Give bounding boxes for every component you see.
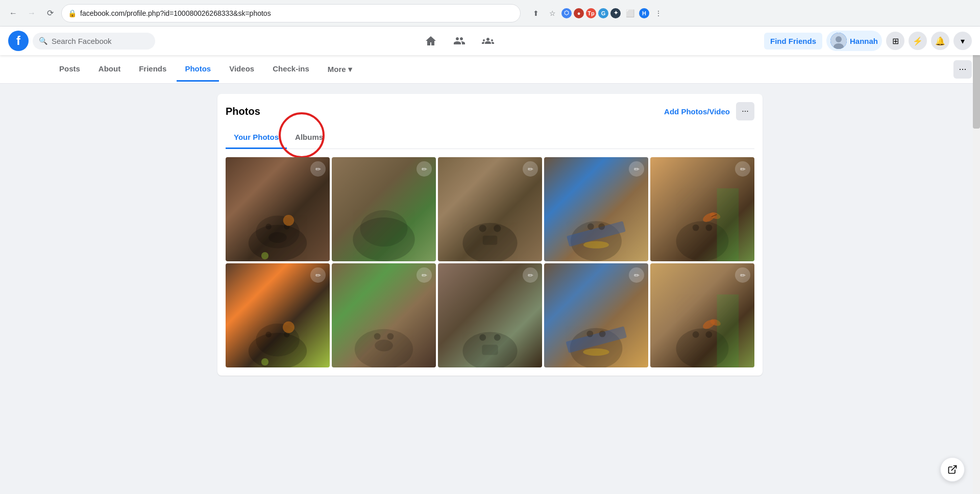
forward-button[interactable]: →	[24, 6, 39, 20]
svg-point-13	[479, 225, 486, 232]
browser-chrome: ← → ⟳ 🔒 facebook.com/profile.php?id=1000…	[0, 0, 980, 27]
photo-edit-button[interactable]: ✏	[735, 267, 750, 283]
avatar	[830, 33, 847, 49]
photo-edit-button[interactable]: ✏	[310, 267, 326, 283]
fb-profile-icon[interactable]: H	[639, 8, 649, 18]
photo-item[interactable]: ✏	[544, 157, 648, 261]
notifications-button[interactable]: 🔔	[931, 32, 949, 50]
svg-point-45	[599, 331, 606, 337]
extension-dark[interactable]: ✦	[610, 8, 621, 18]
tab-your-photos[interactable]: Your Photos	[226, 127, 287, 149]
scrollbar[interactable]	[973, 27, 980, 386]
photo-edit-button[interactable]: ✏	[310, 161, 326, 177]
photos-more-button[interactable]: ···	[736, 102, 754, 120]
photo-edit-button[interactable]: ✏	[629, 161, 644, 177]
photos-container: Photos Add Photos/Video ··· Your Photos …	[217, 94, 763, 376]
svg-point-20	[583, 241, 609, 249]
search-icon: 🔍	[39, 37, 47, 45]
svg-point-8	[283, 215, 294, 226]
chevron-down-icon: ▾	[348, 65, 352, 74]
photo-thumbnail	[666, 188, 739, 261]
extension-red[interactable]: ●	[574, 8, 584, 18]
photo-item[interactable]: ✏	[226, 157, 330, 261]
facebook-logo-letter: f	[16, 35, 20, 47]
svg-point-40	[494, 334, 501, 341]
photos-header: Photos Add Photos/Video ···	[226, 102, 754, 120]
bookmark-button[interactable]: ☆	[545, 6, 559, 20]
search-placeholder: Search Facebook	[52, 37, 112, 45]
photo-thumbnail	[560, 188, 633, 261]
svg-point-5	[265, 224, 271, 229]
svg-point-46	[583, 349, 609, 356]
profile-nav: Posts About Friends Photos Videos Check-…	[0, 55, 980, 84]
share-button[interactable]: ⬆	[529, 6, 543, 20]
apps-button[interactable]: ⊞	[886, 32, 904, 50]
user-chip[interactable]: Hannah	[826, 31, 882, 51]
photo-thumbnail	[666, 294, 739, 367]
photo-item[interactable]: ✏	[438, 157, 542, 261]
photo-item[interactable]: ✏	[650, 263, 754, 367]
back-button[interactable]: ←	[6, 6, 20, 20]
extension-blue[interactable]: G	[598, 8, 608, 18]
photos-tabs: Your Photos Albums	[226, 127, 754, 149]
photo-edit-button[interactable]: ✏	[629, 267, 644, 283]
nav-videos[interactable]: Videos	[221, 57, 262, 82]
nav-photos[interactable]: Photos	[177, 57, 219, 82]
svg-rect-15	[483, 236, 498, 245]
svg-point-11	[360, 210, 408, 246]
lock-icon: 🔒	[68, 9, 77, 17]
add-photos-button[interactable]: Add Photos/Video	[662, 105, 732, 118]
photo-thumbnail	[241, 188, 314, 261]
find-friends-button[interactable]: Find Friends	[764, 33, 822, 50]
facebook-logo[interactable]: f	[8, 31, 29, 51]
svg-rect-41	[482, 345, 498, 355]
svg-point-32	[283, 322, 295, 333]
groups-nav-button[interactable]	[476, 29, 500, 53]
facebook-header: f 🔍 Search Facebook Find Friends Hannah …	[0, 27, 980, 55]
photo-item[interactable]: ✏	[438, 263, 542, 367]
extension-tp[interactable]: Tp	[586, 8, 596, 18]
photo-item[interactable]: ✏	[650, 157, 754, 261]
reload-button[interactable]: ⟳	[43, 6, 57, 20]
nav-about[interactable]: About	[90, 57, 129, 82]
url-text: facebook.com/profile.php?id=100080026268…	[80, 9, 271, 17]
photo-item[interactable]: ✏	[226, 263, 330, 367]
nav-more-label: More	[328, 65, 346, 73]
search-bar[interactable]: 🔍 Search Facebook	[33, 33, 155, 50]
svg-rect-27	[717, 188, 739, 261]
photo-edit-button[interactable]: ✏	[416, 161, 432, 177]
extension-puzzle[interactable]: ⬡	[561, 8, 572, 18]
tab-albums[interactable]: Albums	[287, 127, 331, 149]
svg-point-14	[494, 225, 501, 232]
svg-point-9	[261, 252, 268, 259]
svg-point-48	[693, 331, 699, 338]
photo-edit-button[interactable]: ✏	[523, 267, 538, 283]
menu-button[interactable]: ⋮	[651, 6, 666, 20]
photo-edit-button[interactable]: ✏	[735, 161, 750, 177]
address-bar[interactable]: 🔒 facebook.com/profile.php?id=1000800262…	[61, 4, 521, 22]
nav-checkins[interactable]: Check-ins	[264, 57, 317, 82]
photo-thumbnail	[348, 188, 421, 261]
home-nav-button[interactable]	[419, 29, 443, 53]
friends-nav-button[interactable]	[447, 29, 472, 53]
messenger-button[interactable]: ⚡	[909, 32, 927, 50]
profile-nav-more-options[interactable]: ···	[953, 60, 972, 79]
photo-item[interactable]: ✏	[332, 157, 436, 261]
photo-thumbnail	[560, 294, 633, 367]
photo-item[interactable]: ✏	[332, 263, 436, 367]
photo-thumbnail	[454, 188, 527, 261]
svg-point-37	[375, 340, 393, 352]
photo-item[interactable]: ✏	[544, 263, 648, 367]
photo-edit-button[interactable]: ✏	[523, 161, 538, 177]
account-menu-button[interactable]: ▾	[953, 32, 972, 50]
nav-friends[interactable]: Friends	[131, 57, 175, 82]
photo-edit-button[interactable]: ✏	[416, 267, 432, 283]
svg-point-39	[479, 334, 486, 341]
svg-rect-52	[717, 294, 739, 367]
nav-posts[interactable]: Posts	[51, 57, 88, 82]
window-button[interactable]: ⬜	[623, 6, 637, 20]
svg-point-33	[261, 358, 268, 365]
nav-more[interactable]: More ▾	[320, 60, 360, 79]
photo-thumbnail	[241, 294, 314, 367]
nav-center	[159, 29, 760, 53]
